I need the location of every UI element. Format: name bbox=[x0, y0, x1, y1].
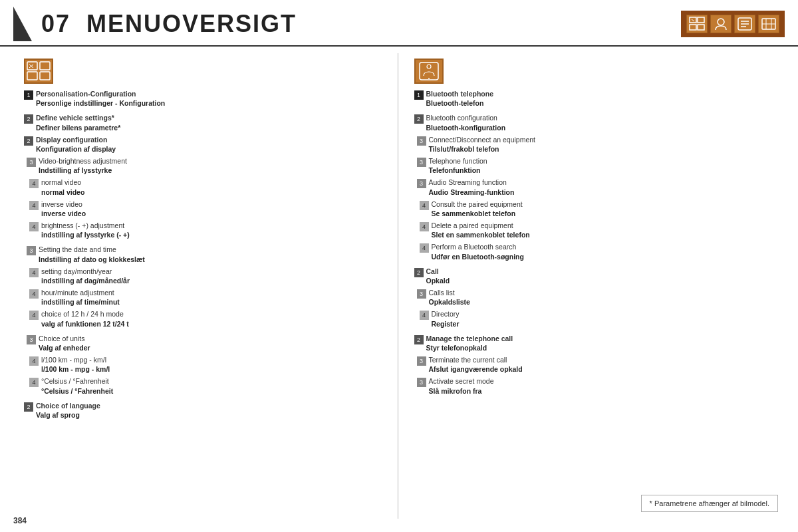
level-badge: 4 bbox=[29, 289, 39, 299]
svg-line-4 bbox=[692, 19, 694, 21]
svg-rect-16 bbox=[27, 72, 37, 80]
item-text: Connect/Disconnect an equipment Tilslut/… bbox=[429, 135, 536, 154]
level-badge: 3 bbox=[417, 378, 426, 387]
item-text: Display configuration Konfiguration af d… bbox=[36, 135, 116, 154]
right-section-icon bbox=[414, 59, 444, 84]
list-item: 4 l/100 km - mpg - km/l l/100 km - mpg -… bbox=[29, 355, 384, 374]
list-item: 2 Define vehicle settings* Definer bilen… bbox=[24, 113, 384, 132]
list-item: 4 Directory Register bbox=[420, 309, 775, 328]
level-badge: 4 bbox=[29, 378, 39, 387]
item-text: Perform a Bluetooth search Udfør en Blue… bbox=[432, 242, 524, 261]
item-text: °Celsius / °Fahrenheit °Celsius / °Fahre… bbox=[41, 376, 113, 395]
level-badge: 4 bbox=[29, 311, 39, 320]
item-text: setting day/month/year indstilling af da… bbox=[41, 267, 130, 285]
svg-rect-2 bbox=[690, 25, 696, 30]
right-column: 1 Bluetooth telephone Bluetooth-telefon … bbox=[398, 53, 785, 519]
list-item: 3 Choice of units Valg af enheder bbox=[27, 334, 384, 352]
left-column: 1 Personalisation-Configuration Personli… bbox=[13, 53, 398, 519]
item-text: Bluetooth telephone Bluetooth-telefon bbox=[426, 89, 494, 108]
level-badge: 2 bbox=[414, 335, 424, 344]
item-text: Telephone function Telefonfunktion bbox=[429, 156, 487, 175]
list-item: 4 Delete a paired equipment Slet en samm… bbox=[420, 221, 775, 239]
list-item: 4 setting day/month/year indstilling af … bbox=[29, 267, 384, 285]
svg-rect-20 bbox=[420, 63, 438, 80]
svg-rect-15 bbox=[40, 62, 50, 70]
list-item: 2 Choice of language Valg af sprog bbox=[24, 401, 384, 420]
level-badge: 4 bbox=[29, 356, 39, 366]
list-item: 4 Perform a Bluetooth search Udfør en Bl… bbox=[420, 242, 775, 261]
level-badge: 3 bbox=[417, 136, 426, 146]
item-text: l/100 km - mpg - km/l l/100 km - mpg - k… bbox=[41, 355, 110, 374]
list-item: 1 Bluetooth telephone Bluetooth-telefon bbox=[414, 89, 775, 108]
svg-rect-3 bbox=[698, 25, 704, 30]
list-item: 3 Terminate the current call Afslut igan… bbox=[417, 355, 775, 374]
svg-rect-1 bbox=[698, 17, 704, 23]
list-item: 4 inverse video inverse video bbox=[29, 200, 384, 218]
level-badge: 2 bbox=[24, 136, 33, 146]
header-icon-4 bbox=[758, 15, 779, 33]
level-badge: 4 bbox=[420, 222, 429, 231]
list-item: 4 Consult the paired equipment Se sammen… bbox=[420, 200, 775, 218]
level-badge: 3 bbox=[417, 289, 426, 299]
item-text: Choice of language Valg af sprog bbox=[36, 401, 100, 420]
level-badge: 1 bbox=[24, 90, 33, 100]
list-item: 3 Calls list Opkaldsliste bbox=[417, 288, 775, 307]
page-number: 384 bbox=[13, 516, 27, 525]
list-item: 3 Activate secret mode Slå mikrofon fra bbox=[417, 376, 775, 395]
item-text: Consult the paired equipment Se sammenko… bbox=[432, 200, 523, 218]
item-text: Activate secret mode Slå mikrofon fra bbox=[429, 376, 494, 395]
list-item: 3 Video-brightness adjustment Indstillin… bbox=[27, 156, 384, 175]
item-text: Manage the telephone call Styr telefonop… bbox=[426, 334, 513, 352]
level-badge: 3 bbox=[417, 356, 426, 366]
list-item: 2 Bluetooth configuration Bluetooth-konf… bbox=[414, 113, 775, 132]
list-item: 4 normal video normal video bbox=[29, 178, 384, 196]
page-header: 07 MENUOVERSIGT bbox=[0, 0, 798, 47]
level-badge: 3 bbox=[27, 335, 36, 344]
item-text: hour/minute adjustment indstilling af ti… bbox=[41, 288, 120, 307]
item-text: normal video normal video bbox=[41, 178, 84, 196]
svg-point-21 bbox=[427, 65, 431, 68]
svg-point-22 bbox=[428, 78, 430, 79]
list-item: 2 Display configuration Konfiguration af… bbox=[24, 135, 384, 154]
level-badge: 4 bbox=[420, 311, 429, 320]
list-item: 4 hour/minute adjustment indstilling af … bbox=[29, 288, 384, 307]
level-badge: 2 bbox=[24, 402, 33, 412]
item-text: Personalisation-Configuration Personlige… bbox=[36, 89, 165, 108]
level-badge: 2 bbox=[24, 114, 33, 124]
list-item: 2 Manage the telephone call Styr telefon… bbox=[414, 334, 775, 352]
list-item: 4 choice of 12 h / 24 h mode valg af fun… bbox=[29, 309, 384, 328]
level-badge: 4 bbox=[29, 179, 39, 188]
item-text: Choice of units Valg af enheder bbox=[39, 334, 90, 352]
item-text: Audio Streaming function Audio Streaming… bbox=[429, 178, 515, 196]
footer-note: * Parametrene afhænger af bilmodel. bbox=[641, 495, 778, 512]
level-badge: 4 bbox=[420, 201, 429, 210]
header-icon-1 bbox=[686, 15, 708, 33]
main-content: 1 Personalisation-Configuration Personli… bbox=[0, 47, 798, 525]
item-text: Bluetooth configuration Bluetooth-konfig… bbox=[426, 113, 506, 132]
header-icon-3 bbox=[734, 15, 755, 33]
item-text: brightness (- +) adjustment indstilling … bbox=[41, 221, 130, 239]
item-text: Define vehicle settings* Definer bilens … bbox=[36, 113, 120, 132]
item-text: Delete a paired equipment Slet en sammen… bbox=[432, 221, 530, 239]
level-badge: 4 bbox=[420, 243, 429, 253]
item-text: inverse video inverse video bbox=[41, 200, 86, 218]
level-badge: 4 bbox=[29, 268, 39, 277]
left-section-icon bbox=[24, 59, 53, 84]
level-badge: 2 bbox=[414, 114, 424, 124]
item-text: choice of 12 h / 24 h mode valg af funkt… bbox=[41, 309, 129, 328]
list-item: 2 Call Opkald bbox=[414, 267, 775, 285]
svg-point-5 bbox=[718, 19, 724, 25]
svg-rect-14 bbox=[27, 62, 37, 70]
list-item: 3 Setting the date and time Indstilling … bbox=[27, 245, 384, 263]
item-text: Call Opkald bbox=[426, 267, 450, 285]
item-text: Setting the date and time Indstilling af… bbox=[39, 245, 145, 263]
level-badge: 4 bbox=[29, 201, 39, 210]
list-item: 4 °Celsius / °Fahrenheit °Celsius / °Fah… bbox=[29, 376, 384, 395]
item-text: Terminate the current call Afslut igangv… bbox=[429, 355, 523, 374]
list-item: 1 Personalisation-Configuration Personli… bbox=[24, 89, 384, 108]
level-badge: 2 bbox=[414, 268, 424, 277]
list-item: 3 Connect/Disconnect an equipment Tilslu… bbox=[417, 135, 775, 154]
list-item: 3 Audio Streaming function Audio Streami… bbox=[417, 178, 775, 196]
list-item: 3 Telephone function Telefonfunktion bbox=[417, 156, 775, 175]
header-icon-2 bbox=[710, 15, 732, 33]
